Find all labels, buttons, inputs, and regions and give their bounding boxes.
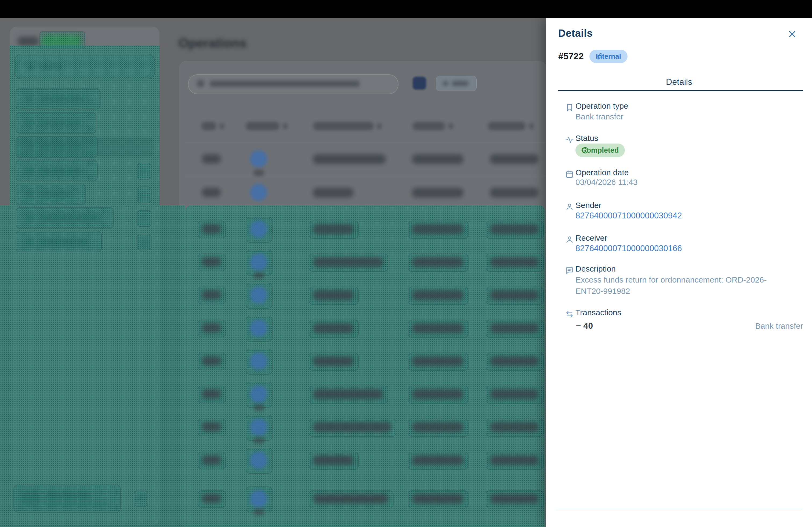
table-header-col-amount[interactable]	[246, 122, 279, 130]
transaction-amount: − 40	[576, 321, 593, 331]
sort-icon[interactable]	[449, 123, 453, 129]
mark-sidebar-item-network[interactable]	[16, 183, 86, 205]
table-header-col-operation-type[interactable]	[313, 122, 374, 130]
mark-sidebar-item-customers[interactable]	[16, 112, 97, 134]
field-label: Sender	[576, 201, 601, 210]
cell-blur	[490, 290, 538, 300]
amount-icon	[250, 419, 267, 436]
cell-blur	[412, 422, 463, 432]
operation-id: #5722	[558, 51, 584, 61]
amount-currency-blur	[253, 404, 264, 411]
mark-sidebar-item-compliance[interactable]	[16, 160, 98, 181]
cell-sender-blur	[412, 188, 463, 197]
operation-type-value: Bank transfer	[576, 112, 623, 121]
cell-blur	[490, 356, 538, 366]
mark-sidebar-item-developers[interactable]	[16, 231, 102, 252]
cell-blur	[412, 224, 463, 234]
calendar-icon	[565, 170, 574, 178]
cell-blur	[412, 494, 463, 504]
cell-blur	[313, 290, 353, 300]
mark-user-row[interactable]	[13, 485, 121, 512]
amount-currency-blur	[253, 272, 264, 279]
message-icon	[565, 266, 574, 275]
cell-blur	[313, 224, 353, 234]
filters-button[interactable]	[436, 76, 477, 91]
mark-chevron[interactable]	[137, 210, 151, 227]
cell-blur	[490, 389, 538, 399]
cell-receiver-blur	[490, 154, 538, 164]
search-icon	[197, 80, 204, 87]
transfer-icon	[565, 310, 574, 318]
mark-chevron[interactable]	[137, 163, 151, 180]
sort-icon[interactable]	[377, 123, 381, 129]
sort-icon[interactable]	[529, 123, 534, 129]
transaction-type: Bank transfer	[755, 321, 803, 331]
activity-icon	[565, 136, 574, 144]
mark-sidebar-item-operations[interactable]	[16, 136, 98, 158]
user-icon	[565, 235, 574, 244]
field-label: Status	[576, 134, 598, 143]
cell-receiver-blur	[490, 188, 538, 197]
sort-icon[interactable]	[283, 123, 287, 129]
status-badge: Completed	[576, 144, 625, 157]
field-label: Operation type	[576, 102, 628, 110]
sender-account-link[interactable]: 82764000071000000030942	[576, 211, 682, 221]
cell-blur	[202, 224, 221, 234]
sort-icon[interactable]	[220, 123, 224, 129]
cell-blur	[490, 455, 538, 465]
amount-icon	[250, 184, 267, 201]
details-panel: Details #5722 Internal Details Operation…	[546, 18, 812, 527]
mark-chevron[interactable]	[137, 234, 151, 250]
amount-icon	[250, 150, 267, 167]
table-header-col-id[interactable]	[201, 122, 216, 130]
cell-operation-type-blur	[313, 154, 386, 164]
annotation-mask-left	[0, 205, 185, 527]
internal-badge: Internal	[590, 50, 627, 63]
user-icon	[565, 202, 574, 211]
mark-user-chevron[interactable]	[134, 491, 148, 507]
cell-blur	[202, 389, 221, 398]
link-icon	[596, 53, 603, 60]
field-label: Transactions	[576, 308, 621, 317]
cell-blur	[202, 356, 221, 365]
bookmark-icon	[565, 103, 574, 112]
cell-id-blur	[202, 154, 221, 163]
cell-operation-type-blur	[313, 188, 353, 197]
tab-details[interactable]: Details	[546, 77, 812, 87]
cell-blur	[313, 494, 388, 504]
receiver-account-link[interactable]: 82764000071000000030166	[576, 244, 682, 253]
field-label: Description	[576, 264, 616, 273]
mark-sidebar-item-administration[interactable]	[16, 207, 114, 229]
amount-icon	[250, 352, 267, 370]
view-toggle[interactable]	[413, 77, 426, 90]
cell-blur	[490, 257, 538, 267]
row-separator	[185, 176, 545, 176]
cell-blur	[412, 389, 463, 399]
amount-icon	[250, 320, 267, 337]
cell-blur	[412, 257, 463, 267]
cell-blur	[202, 323, 221, 332]
cell-blur	[412, 290, 463, 300]
amount-icon	[250, 490, 267, 508]
amount-icon	[250, 221, 267, 238]
amount-icon	[250, 254, 267, 271]
table-header-col-sender[interactable]	[413, 122, 445, 130]
close-icon[interactable]	[787, 29, 798, 40]
table-header-col-receiver[interactable]	[488, 122, 525, 130]
filter-icon	[443, 81, 448, 86]
cell-blur	[313, 257, 383, 267]
cell-blur	[313, 323, 353, 333]
cell-sender-blur	[412, 154, 463, 164]
cell-blur	[412, 455, 463, 465]
cell-blur	[313, 356, 353, 366]
mark-chevron[interactable]	[137, 186, 151, 203]
cell-blur	[202, 455, 221, 465]
row-separator	[185, 142, 545, 142]
mark-sidebar-item-dashboard[interactable]	[16, 88, 100, 109]
cell-blur	[202, 494, 221, 503]
cell-blur	[490, 422, 538, 432]
panel-divider	[556, 509, 802, 509]
field-label: Operation date	[576, 168, 628, 177]
logo-text	[18, 37, 39, 46]
mark-sidebar-search[interactable]	[14, 54, 155, 79]
